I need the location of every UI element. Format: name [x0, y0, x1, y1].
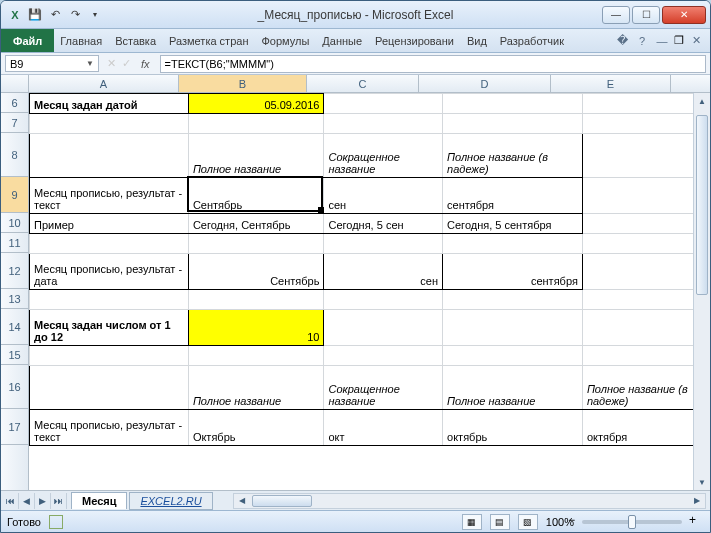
name-box-dropdown-icon[interactable]: ▼ [86, 59, 94, 68]
cell-e6[interactable] [582, 94, 709, 114]
scroll-up-icon[interactable]: ▲ [694, 93, 710, 109]
row-header-11[interactable]: 11 [1, 233, 28, 253]
tab-developer[interactable]: Разработчик [494, 29, 571, 52]
cell-a8[interactable] [30, 134, 189, 178]
row-header-7[interactable]: 7 [1, 113, 28, 133]
cell-c6[interactable] [324, 94, 443, 114]
tab-formulas[interactable]: Формулы [255, 29, 316, 52]
cell-e12[interactable] [582, 254, 709, 290]
cell-b9[interactable]: Сентябрь [188, 178, 324, 214]
col-header-b[interactable]: B [179, 75, 307, 92]
tab-insert[interactable]: Вставка [109, 29, 163, 52]
cell-b14[interactable]: 10 [188, 310, 324, 346]
cell-b13[interactable] [188, 290, 324, 310]
cell-d11[interactable] [443, 234, 583, 254]
sheet-tab-link[interactable]: EXCEL2.RU [129, 492, 212, 510]
qat-dropdown-icon[interactable]: ▾ [87, 7, 103, 23]
row-header-15[interactable]: 15 [1, 345, 28, 365]
row-header-10[interactable]: 10 [1, 213, 28, 233]
cell-e7[interactable] [582, 114, 709, 134]
tab-home[interactable]: Главная [54, 29, 109, 52]
file-tab[interactable]: Файл [1, 29, 54, 52]
cell-c17[interactable]: окт [324, 410, 443, 446]
wb-minimize-icon[interactable]: — [654, 33, 670, 49]
cell-b17[interactable]: Октябрь [188, 410, 324, 446]
row-header-8[interactable]: 8 [1, 133, 28, 177]
cell-b11[interactable] [188, 234, 324, 254]
maximize-button[interactable]: ☐ [632, 6, 660, 24]
vscroll-thumb[interactable] [696, 115, 708, 295]
row-header-12[interactable]: 12 [1, 253, 28, 289]
scroll-left-icon[interactable]: ◀ [234, 496, 250, 505]
tab-page-layout[interactable]: Разметка стран [163, 29, 255, 52]
cell-b10[interactable]: Сегодня, Сентябрь [188, 214, 324, 234]
cell-b12[interactable]: Сентябрь [188, 254, 324, 290]
cell-c13[interactable] [324, 290, 443, 310]
scroll-right-icon[interactable]: ▶ [689, 496, 705, 505]
close-button[interactable]: ✕ [662, 6, 706, 24]
cell-a7[interactable] [30, 114, 189, 134]
row-header-17[interactable]: 17 [1, 409, 28, 445]
horizontal-scrollbar[interactable]: ◀ ▶ [233, 493, 706, 509]
cell-a9[interactable]: Месяц прописью, результат - текст [30, 178, 189, 214]
sheet-nav-first-icon[interactable]: ⏮ [3, 493, 19, 509]
cell-b7[interactable] [188, 114, 324, 134]
cell-a10[interactable]: Пример [30, 214, 189, 234]
redo-icon[interactable]: ↷ [67, 7, 83, 23]
select-all-corner[interactable] [1, 75, 29, 92]
name-box[interactable]: B9 ▼ [5, 55, 99, 72]
cell-b15[interactable] [188, 346, 324, 366]
cell-d6[interactable] [443, 94, 583, 114]
fx-icon[interactable]: fx [137, 58, 154, 70]
cell-d15[interactable] [443, 346, 583, 366]
normal-view-icon[interactable]: ▦ [462, 514, 482, 530]
tab-view[interactable]: Вид [461, 29, 494, 52]
cell-c14[interactable] [324, 310, 443, 346]
wb-close-icon[interactable]: ✕ [688, 33, 704, 49]
minimize-button[interactable]: — [602, 6, 630, 24]
cell-e10[interactable] [582, 214, 709, 234]
cell-a16[interactable] [30, 366, 189, 410]
col-header-d[interactable]: D [419, 75, 551, 92]
col-header-a[interactable]: A [29, 75, 179, 92]
row-header-16[interactable]: 16 [1, 365, 28, 409]
cell-c11[interactable] [324, 234, 443, 254]
cell-e15[interactable] [582, 346, 709, 366]
cell-a14[interactable]: Месяц задан числом от 1 до 12 [30, 310, 189, 346]
cell-b8[interactable]: Полное название [188, 134, 324, 178]
wb-restore-icon[interactable]: ❐ [674, 34, 684, 47]
cell-c8[interactable]: Сокращенное название [324, 134, 443, 178]
formula-input[interactable]: =ТЕКСТ(B6;"ММММ") [160, 55, 706, 73]
cell-a17[interactable]: Месяц прописью, результат - текст [30, 410, 189, 446]
row-header-13[interactable]: 13 [1, 289, 28, 309]
col-header-c[interactable]: C [307, 75, 419, 92]
cell-c16[interactable]: Сокращенное название [324, 366, 443, 410]
cell-d12[interactable]: сентября [443, 254, 583, 290]
cell-b16[interactable]: Полное название [188, 366, 324, 410]
cell-a15[interactable] [30, 346, 189, 366]
cell-e14[interactable] [582, 310, 709, 346]
tab-review[interactable]: Рецензировани [369, 29, 461, 52]
row-header-14[interactable]: 14 [1, 309, 28, 345]
cell-a12[interactable]: Месяц прописью, результат - дата [30, 254, 189, 290]
cell-c9[interactable]: сен [324, 178, 443, 214]
cell-e13[interactable] [582, 290, 709, 310]
help-icon[interactable]: ? [634, 33, 650, 49]
cell-d16[interactable]: Полное название [443, 366, 583, 410]
page-break-view-icon[interactable]: ▧ [518, 514, 538, 530]
sheet-nav-prev-icon[interactable]: ◀ [19, 493, 35, 509]
scroll-down-icon[interactable]: ▼ [694, 474, 710, 490]
vscroll-track[interactable] [694, 109, 710, 474]
cell-d17[interactable]: октябрь [443, 410, 583, 446]
cell-c12[interactable]: сен [324, 254, 443, 290]
minimize-ribbon-icon[interactable]: � [614, 33, 630, 49]
zoom-slider[interactable] [582, 520, 682, 524]
col-header-e[interactable]: E [551, 75, 671, 92]
sheet-nav-last-icon[interactable]: ⏭ [51, 493, 67, 509]
hscroll-thumb[interactable] [252, 495, 312, 507]
cell-e9[interactable] [582, 178, 709, 214]
cell-d9[interactable]: сентября [443, 178, 583, 214]
cells-area[interactable]: Месяц задан датой 05.09.2016 Полное назв… [29, 93, 710, 490]
cell-a13[interactable] [30, 290, 189, 310]
cell-a6[interactable]: Месяц задан датой [30, 94, 189, 114]
